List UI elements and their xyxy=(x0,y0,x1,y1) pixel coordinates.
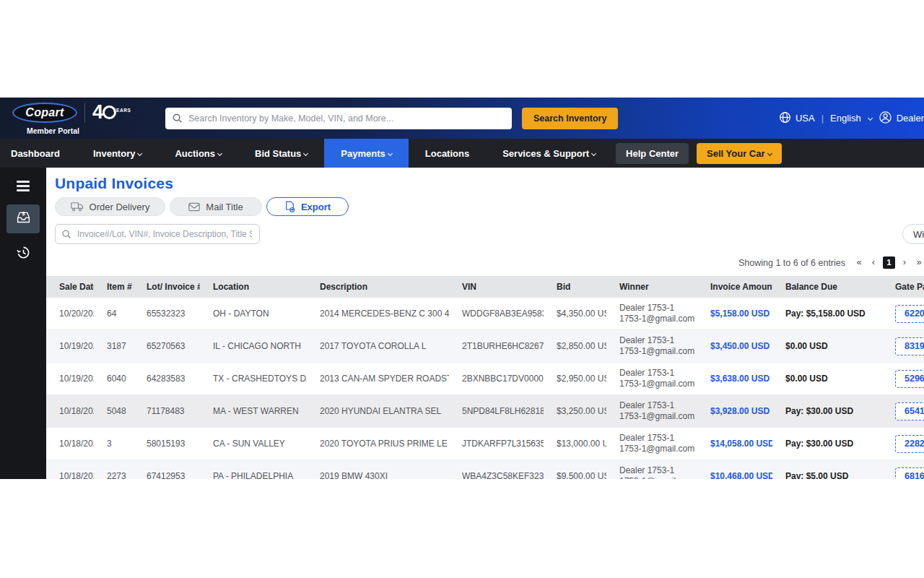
col-gate-pass: Gate Pass xyxy=(882,276,924,298)
invoice-amount-link[interactable]: $5,158.00 USD xyxy=(710,309,770,319)
cell-invoice-amount: $3,450.00 USD xyxy=(697,330,772,363)
svg-text:$: $ xyxy=(22,211,25,217)
invoice-amount-link[interactable]: $3,450.00 USD xyxy=(710,341,770,351)
cell-description: 2020 HYUNDAI ELANTRA SEL xyxy=(307,395,449,428)
inventory-search-input[interactable] xyxy=(165,108,512,129)
nav-services-support[interactable]: Services & Support xyxy=(486,139,612,168)
winner-name: Dealer 1753-1 xyxy=(619,400,684,411)
cell-balance-due: $0.00 USD xyxy=(772,363,882,395)
gate-pass-button[interactable]: 6816 xyxy=(895,467,924,480)
cell-invoice-amount: $5,158.00 USD xyxy=(697,298,772,330)
export-file-icon xyxy=(284,201,295,212)
cell-winner: Dealer 1753-1 1753-1@gmail.com xyxy=(606,428,697,460)
invoices-table: Sale Date Item # Lot/ Invoice # Location… xyxy=(46,276,924,479)
cell-vin: 5NPD84LF8LH628185 xyxy=(449,395,544,428)
cell-vin: WBA4Z3C58KEF32344 xyxy=(449,460,544,480)
cell-vin: 2T1BURHE6HC826712 xyxy=(449,330,544,363)
cell-gate-pass: 8319 xyxy=(882,330,924,363)
search-icon xyxy=(61,229,71,242)
cell-invoice-amount: $14,058.00 USD xyxy=(697,428,772,460)
sidebar-item-invoices[interactable]: $ xyxy=(6,204,40,233)
chevron-down-icon xyxy=(388,150,393,155)
invoice-amount-link[interactable]: $14,058.00 USD xyxy=(710,439,772,449)
forty-years-label: YEARS xyxy=(113,108,131,113)
action-buttons: Order Delivery Mail Title xyxy=(55,197,924,216)
col-bid: Bid xyxy=(544,276,606,298)
winner-email: 1753-1@gmail.com xyxy=(619,444,684,454)
app-body: $ Unpaid Invoices xyxy=(0,168,924,479)
first-page-button[interactable]: « xyxy=(854,256,864,269)
wire-transfer-button[interactable]: Wire Transfer xyxy=(902,224,924,244)
search-icon xyxy=(172,113,183,126)
prev-page-button[interactable]: ‹ xyxy=(868,256,879,269)
gate-pass-button[interactable]: 8319 xyxy=(895,337,924,355)
last-page-button[interactable]: » xyxy=(914,256,924,269)
search-inventory-button[interactable]: Search Inventory xyxy=(522,108,618,129)
winner-email: 1753-1@gmail.com xyxy=(619,314,684,324)
chevron-down-icon xyxy=(303,150,308,155)
cell-item: 3187 xyxy=(94,330,134,363)
col-location: Location xyxy=(200,276,307,298)
winner-name: Dealer 1753-1 xyxy=(619,465,684,476)
gate-pass-button[interactable]: 5296 xyxy=(895,370,924,388)
gate-pass-button[interactable]: 6220 xyxy=(895,305,924,323)
invoice-filter xyxy=(55,224,260,244)
copart-logo[interactable]: Copart xyxy=(12,103,77,123)
cell-vin: 2BXNBBC17DV000077 xyxy=(449,363,544,395)
nav-auctions[interactable]: Auctions xyxy=(158,139,238,168)
locale-separator: | xyxy=(821,113,824,124)
chevron-down-icon xyxy=(591,150,596,155)
nav-dashboard[interactable]: Dashboard xyxy=(0,139,77,168)
table-row: 10/18/2023 3 58015193 CA - SUN VALLEY 20… xyxy=(46,428,924,460)
mail-title-button[interactable]: Mail Title xyxy=(170,197,262,216)
cell-description: 2013 CAN-AM SPYDER ROADSTER RT xyxy=(307,363,449,395)
cell-bid: $9,500.00 USD xyxy=(544,460,606,480)
globe-icon xyxy=(779,111,791,126)
cell-sale-date: 10/19/2023 xyxy=(46,330,94,363)
nav-locations[interactable]: Locations xyxy=(409,139,486,168)
sell-your-car-button[interactable]: Sell Your Car xyxy=(697,143,781,164)
cell-item: 5048 xyxy=(94,395,134,428)
invoice-amount-link[interactable]: $10,468.00 USD xyxy=(710,471,772,479)
cell-gate-pass: 6220 xyxy=(882,298,924,330)
chevron-down-icon xyxy=(217,150,222,155)
cell-location: TX - CRASHEDTOYS DALLAS xyxy=(200,363,307,395)
cell-balance-due: Pay: $30.00 USD xyxy=(772,395,882,428)
cell-vin: WDDGF8AB3EA958388 xyxy=(449,298,544,330)
gate-pass-button[interactable]: 2282 xyxy=(895,435,924,453)
next-page-button[interactable]: › xyxy=(899,256,910,269)
winner-email: 1753-1@gmail.com xyxy=(619,476,684,479)
user-label: Dealer xyxy=(897,113,924,124)
language-selector[interactable]: English xyxy=(830,113,872,124)
order-delivery-button[interactable]: Order Delivery xyxy=(55,197,165,216)
cell-lot-invoice: 65532323 xyxy=(134,298,200,330)
table-header-row: Sale Date Item # Lot/ Invoice # Location… xyxy=(46,276,924,298)
cell-bid: $3,250.00 USD xyxy=(544,395,606,428)
country-selector[interactable]: USA xyxy=(779,111,815,126)
unpaid-invoices-page: Unpaid Invoices Order Delivery xyxy=(46,168,924,479)
cell-balance-due: Pay: $30.00 USD xyxy=(772,428,882,460)
current-page-button[interactable]: 1 xyxy=(883,256,895,269)
nav-payments[interactable]: Payments xyxy=(324,139,408,168)
history-icon[interactable] xyxy=(6,241,40,265)
cell-vin: JTDKARFP7L3156358 xyxy=(449,428,544,460)
cell-gate-pass: 6541 xyxy=(882,395,924,428)
menu-icon[interactable] xyxy=(15,179,31,193)
col-description: Description xyxy=(307,276,449,298)
copart-logo-text: Copart xyxy=(25,106,64,119)
nav-inventory[interactable]: Inventory xyxy=(77,139,159,168)
cell-location: MA - WEST WARREN xyxy=(200,395,307,428)
cell-description: 2020 TOYOTA PRIUS PRIME LE xyxy=(307,428,449,460)
mail-icon xyxy=(188,202,200,212)
help-center-button[interactable]: Help Center xyxy=(616,143,689,164)
gate-pass-button[interactable]: 6541 xyxy=(895,402,924,420)
user-menu[interactable]: Dealer xyxy=(879,111,924,126)
nav-bid-status[interactable]: Bid Status xyxy=(238,139,324,168)
invoice-amount-link[interactable]: $3,928.00 USD xyxy=(710,406,770,416)
invoice-amount-link[interactable]: $3,638.00 USD xyxy=(710,374,770,384)
export-button[interactable]: Export xyxy=(266,197,349,216)
invoice-filter-input[interactable] xyxy=(55,224,260,244)
cell-gate-pass: 2282 xyxy=(882,428,924,460)
col-lot-invoice: Lot/ Invoice # xyxy=(134,276,200,298)
col-invoice-amount: Invoice Amount xyxy=(697,276,772,298)
